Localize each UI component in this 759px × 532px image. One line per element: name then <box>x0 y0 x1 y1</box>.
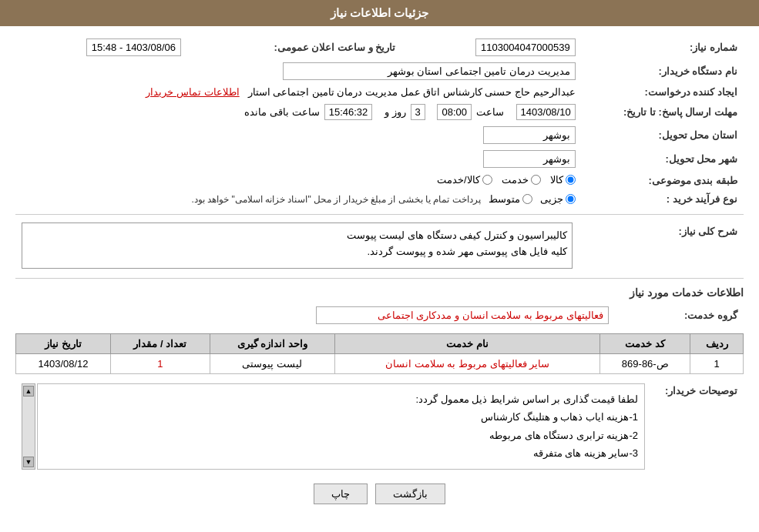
cell-code: ص-86-869 <box>600 354 690 374</box>
description-label: شرح کلی نیاز: <box>579 219 744 272</box>
deadline-date: 1403/08/10 <box>516 104 576 120</box>
divider-1 <box>15 214 744 215</box>
desc-line: 3-سایر هزینه های متفرقه <box>44 444 638 462</box>
buyer-desc-content: لطفا قیمت گذاری بر اساس شرایط ذیل معمول … <box>15 380 651 473</box>
category-options: کالا خدمت کالا/خدمت <box>15 171 582 190</box>
desc-line: لطفا قیمت گذاری بر اساس شرایط ذیل معمول … <box>44 390 638 408</box>
radio-khedmat[interactable]: خدمت <box>502 174 541 186</box>
description-content: کالیبراسیون و کنترل کیفی دستگاه های لیست… <box>15 219 579 272</box>
scroll-up[interactable]: ▲ <box>23 386 34 396</box>
col-date: تاریخ نیاز <box>16 334 111 354</box>
buyer-desc-label: توصیحات خریدار: <box>651 380 744 473</box>
buyer-name-label: نام دستگاه خریدار: <box>582 59 744 83</box>
deadline-row: 1403/08/10 ساعت 08:00 3 روز و 15:46:32 س… <box>15 101 582 123</box>
creator-label: ایجاد کننده درخواست: <box>582 83 744 101</box>
service-group-table: گروه خدمت: فعالیتهای مربوط به سلامت انسا… <box>15 303 744 327</box>
content-area: شماره نیاز: 1103004047000539 تاریخ و ساع… <box>0 26 759 520</box>
deadline-label: مهلت ارسال پاسخ: تا تاریخ: <box>582 101 744 123</box>
naz-number-value: 1103004047000539 <box>401 35 581 59</box>
desc-line: 1-هزینه ایاب ذهاب و هتلینگ کارشناس <box>44 408 638 426</box>
print-button[interactable]: چاپ <box>314 483 368 504</box>
contact-link[interactable]: اطلاعات تماس خریدار <box>146 86 239 98</box>
radio-jozi[interactable]: جزیی <box>540 193 576 205</box>
col-row-num: ردیف <box>690 334 744 354</box>
radio-kala-khedmat[interactable]: کالا/خدمت <box>437 174 492 186</box>
cell-unit: لیست پیوستی <box>210 354 334 374</box>
date-label: تاریخ و ساعت اعلان عمومی: <box>187 35 401 59</box>
purchase-type-note: پرداخت تمام یا بخشی از مبلغ خریدار از مح… <box>191 194 480 205</box>
cell-name: سایر فعالیتهای مربوط به سلامت انسان <box>334 354 600 374</box>
desc-line1: کالیبراسیون و کنترل کیفی دستگاه های لیست… <box>27 228 567 244</box>
radio-kala[interactable]: کالا <box>550 174 576 186</box>
page-title: جزئیات اطلاعات نیاز <box>0 0 759 26</box>
scrollbar[interactable]: ▲ ▼ <box>22 383 35 470</box>
deadline-days: 3 <box>411 104 425 120</box>
scroll-down[interactable]: ▼ <box>23 457 34 467</box>
city-value: بوشهر <box>15 147 582 171</box>
deadline-time-label: ساعت <box>476 106 504 118</box>
col-unit: واحد اندازه گیری <box>210 334 334 354</box>
services-section-title: اطلاعات خدمات مورد نیاز <box>15 286 744 299</box>
desc-line2: کلیه فایل های پیوستی مهر شده و پیوست گرد… <box>27 244 567 260</box>
info-table: شماره نیاز: 1103004047000539 تاریخ و ساع… <box>15 35 744 208</box>
deadline-remaining-label: ساعت باقی مانده <box>244 106 319 118</box>
date-value: 1403/08/06 - 15:48 <box>15 35 187 59</box>
buyer-desc-table: توصیحات خریدار: لطفا قیمت گذاری بر اساس … <box>15 380 744 473</box>
divider-2 <box>15 278 744 279</box>
button-row: بازگشت چاپ <box>15 483 744 504</box>
province-value: بوشهر <box>15 123 582 147</box>
service-group-label: گروه خدمت: <box>615 303 744 327</box>
services-table: ردیف کد خدمت نام خدمت واحد اندازه گیری ت… <box>15 333 744 374</box>
page-container: جزئیات اطلاعات نیاز شماره نیاز: 11030040… <box>0 0 759 532</box>
deadline-remaining: 15:46:32 <box>324 104 373 120</box>
radio-motovaset[interactable]: متوسط <box>489 193 532 205</box>
purchase-type-row: جزیی متوسط پرداخت تمام یا بخشی از مبلغ خ… <box>15 190 582 208</box>
back-button[interactable]: بازگشت <box>375 483 445 504</box>
creator-value: عبدالرحیم حاج حسنی کارشناس اتاق عمل مدیر… <box>15 83 582 101</box>
cell-row-num: 1 <box>690 354 744 374</box>
category-label: طبقه بندی موضوعی: <box>582 171 744 190</box>
service-group-value: فعالیتهای مربوط به سلامت انسان و مددکاری… <box>15 303 615 327</box>
description-table: شرح کلی نیاز: کالیبراسیون و کنترل کیفی د… <box>15 219 744 272</box>
buyer-name-value: مدیریت درمان تامین اجتماعی استان بوشهر <box>15 59 582 83</box>
deadline-time: 08:00 <box>437 104 472 120</box>
col-code: کد خدمت <box>600 334 690 354</box>
desc-line: 2-هزینه ترابری دستگاه های مربوطه <box>44 427 638 444</box>
cell-date: 1403/08/12 <box>16 354 111 374</box>
purchase-type-label: نوع فرآیند خرید : <box>582 190 744 208</box>
col-name: نام خدمت <box>334 334 600 354</box>
cell-quantity: 1 <box>111 354 210 374</box>
naz-number-label: شماره نیاز: <box>582 35 744 59</box>
city-label: شهر محل تحویل: <box>582 147 744 171</box>
table-row: 1 ص-86-869 سایر فعالیتهای مربوط به سلامت… <box>16 354 744 374</box>
description-box: کالیبراسیون و کنترل کیفی دستگاه های لیست… <box>22 223 573 269</box>
deadline-days-label: روز و <box>385 106 406 118</box>
buyer-desc-box: لطفا قیمت گذاری بر اساس شرایط ذیل معمول … <box>37 383 645 470</box>
col-quantity: تعداد / مقدار <box>111 334 210 354</box>
province-label: استان محل تحویل: <box>582 123 744 147</box>
